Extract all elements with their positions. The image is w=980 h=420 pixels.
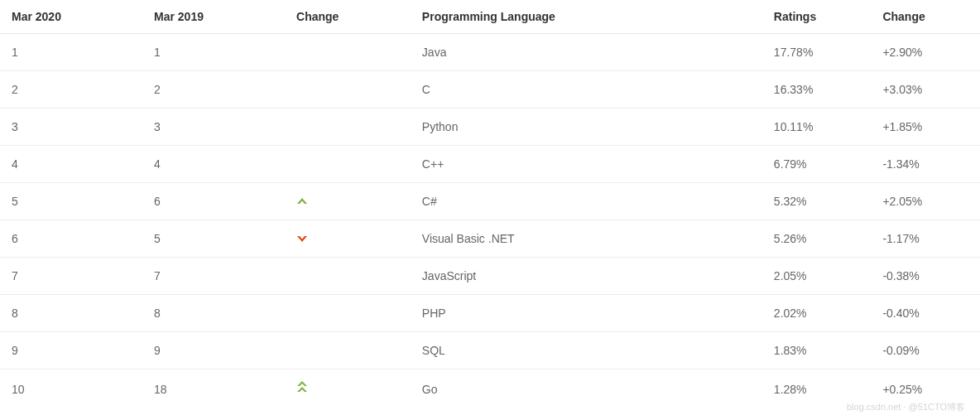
cell-change: -0.38% [871,258,980,295]
table-row: 1018Go1.28%+0.25% [0,369,980,409]
cell-language: Go [411,369,762,409]
table-row: 22C16.33%+3.03% [0,71,980,109]
cell-ratings: 2.05% [762,258,872,295]
cell-ratings: 5.32% [762,183,872,220]
cell-change: -1.34% [871,146,980,183]
cell-mar2019: 8 [142,295,285,332]
col-header-ratings: Ratings [762,0,872,34]
cell-mar2020: 4 [0,146,142,183]
table-row: 88PHP2.02%-0.40% [0,295,980,332]
col-header-change: Change [285,0,411,34]
cell-language: Python [411,109,762,146]
trend-down-icon [296,234,308,243]
cell-ratings: 1.83% [762,332,872,369]
cell-trend [285,71,411,109]
table-row: 44C++6.79%-1.34% [0,146,980,183]
cell-mar2019: 4 [142,146,285,183]
table-row: 65Visual Basic .NET5.26%-1.17% [0,220,980,258]
cell-trend [285,258,411,295]
cell-mar2019: 1 [142,34,285,71]
cell-language: Java [411,34,762,71]
cell-mar2020: 8 [0,295,142,332]
tiobe-index-table: Mar 2020 Mar 2019 Change Programming Lan… [0,0,980,408]
cell-trend [285,369,411,409]
cell-language: C# [411,183,762,220]
table-header-row: Mar 2020 Mar 2019 Change Programming Lan… [0,0,980,34]
cell-mar2020: 3 [0,109,142,146]
cell-change: +2.90% [871,34,980,71]
cell-mar2019: 3 [142,109,285,146]
cell-change: -0.40% [871,295,980,332]
cell-ratings: 2.02% [762,295,872,332]
cell-ratings: 17.78% [762,34,872,71]
cell-change: -1.17% [871,220,980,258]
trend-up-icon [296,197,308,205]
cell-ratings: 16.33% [762,71,872,109]
cell-trend [285,146,411,183]
col-header-language: Programming Language [411,0,762,34]
cell-trend [285,34,411,71]
table-row: 56C#5.32%+2.05% [0,183,980,220]
cell-mar2019: 2 [142,71,285,109]
trend-double-up-icon [296,381,308,394]
cell-ratings: 10.11% [762,109,872,146]
cell-mar2020: 10 [0,369,142,409]
cell-change: +2.05% [871,183,980,220]
cell-mar2019: 6 [142,183,285,220]
cell-mar2020: 9 [0,332,142,369]
table-row: 77JavaScript2.05%-0.38% [0,258,980,295]
cell-change: +0.25% [871,369,980,409]
table-row: 33Python10.11%+1.85% [0,109,980,146]
cell-mar2019: 9 [142,332,285,369]
cell-change: +1.85% [871,109,980,146]
cell-trend [285,220,411,258]
table-row: 99SQL1.83%-0.09% [0,332,980,369]
cell-trend [285,183,411,220]
cell-mar2019: 5 [142,220,285,258]
cell-language: JavaScript [411,258,762,295]
cell-mar2020: 7 [0,258,142,295]
col-header-mar2019: Mar 2019 [142,0,285,34]
cell-mar2020: 1 [0,34,142,71]
cell-mar2019: 7 [142,258,285,295]
col-header-mar2020: Mar 2020 [0,0,142,34]
cell-trend [285,109,411,146]
cell-trend [285,332,411,369]
cell-language: C [411,71,762,109]
cell-ratings: 5.26% [762,220,872,258]
cell-change: -0.09% [871,332,980,369]
cell-language: C++ [411,146,762,183]
cell-ratings: 6.79% [762,146,872,183]
cell-mar2020: 2 [0,71,142,109]
cell-language: PHP [411,295,762,332]
cell-change: +3.03% [871,71,980,109]
cell-mar2019: 18 [142,369,285,409]
table-row: 11Java17.78%+2.90% [0,34,980,71]
col-header-change2: Change [871,0,980,34]
cell-mar2020: 5 [0,183,142,220]
cell-ratings: 1.28% [762,369,872,409]
cell-trend [285,295,411,332]
cell-language: Visual Basic .NET [411,220,762,258]
cell-language: SQL [411,332,762,369]
cell-mar2020: 6 [0,220,142,258]
